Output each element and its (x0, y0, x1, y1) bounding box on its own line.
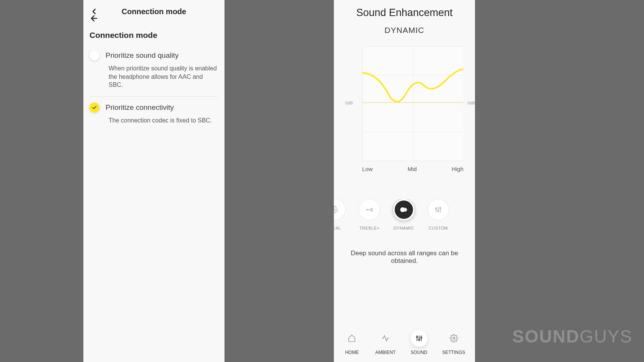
nav-settings[interactable]: SETTINGS (442, 330, 465, 355)
radio-unselected-icon (89, 51, 99, 60)
x-tick-high: High (452, 166, 463, 172)
sound-icon (411, 330, 428, 347)
svg-point-11 (440, 207, 441, 209)
preset-label: CUSTOM (429, 226, 448, 230)
phone-sound-enhancement: Sound Enhancement DYNAMIC 0dB 0dB Low Mi… (334, 0, 475, 362)
nav-label: SETTINGS (442, 350, 465, 355)
dynamic-icon (393, 199, 415, 220)
svg-point-18 (453, 337, 455, 339)
home-icon (343, 330, 360, 347)
bottom-nav: HOME AMBIENT SOUND SETTINGS (334, 326, 475, 362)
option-label: Prioritize sound quality (106, 51, 179, 60)
preset-description: Deep sound across all ranges can be obta… (334, 249, 475, 265)
option-connectivity[interactable]: Prioritize connectivity The connection c… (83, 96, 224, 132)
preset-carousel[interactable]: OCAL TREBLE+ DYNAMIC CUSTOM (334, 199, 475, 230)
preset-dynamic[interactable]: DYNAMIC (392, 199, 416, 230)
ambient-icon (377, 330, 394, 347)
svg-point-10 (437, 210, 439, 212)
option-description: When prioritize sound quality is enabled… (89, 64, 218, 89)
trumpet-icon (359, 199, 380, 220)
eq-curve-line (362, 46, 463, 104)
preset-treble-plus[interactable]: TREBLE+ (358, 199, 381, 230)
sliders-icon (428, 199, 449, 220)
section-heading: Connection mode (83, 23, 224, 44)
svg-point-17 (420, 337, 422, 338)
nav-label: SOUND (411, 350, 427, 355)
mic-icon (334, 199, 346, 220)
nav-label: HOME (345, 350, 359, 355)
preset-custom[interactable]: CUSTOM (426, 199, 450, 230)
eq-chart: 0dB 0dB (345, 46, 463, 161)
page-title: Sound Enhancement (334, 0, 475, 19)
nav-label: AMBIENT (375, 350, 395, 355)
phone-connection-mode: Connection mode Connection mode Prioriti… (83, 0, 224, 362)
watermark-bold: SOUND (512, 326, 580, 346)
nav-ambient[interactable]: AMBIENT (375, 330, 395, 355)
svg-point-16 (418, 339, 420, 341)
y-axis-zero-left: 0dB (345, 101, 353, 105)
preset-label: TREBLE+ (359, 226, 380, 230)
x-tick-mid: Mid (408, 166, 417, 172)
option-label: Prioritize connectivity (106, 103, 174, 112)
x-tick-low: Low (362, 166, 373, 172)
header: Connection mode (83, 0, 224, 23)
watermark-light: GUYS (580, 326, 633, 346)
preset-label: OCAL (334, 226, 341, 230)
x-axis-labels: Low Mid High (362, 166, 463, 172)
gear-icon (446, 330, 462, 347)
option-sound-quality[interactable]: Prioritize sound quality When prioritize… (83, 44, 224, 96)
svg-point-5 (400, 208, 405, 212)
svg-point-9 (436, 208, 437, 209)
preset-vocal[interactable]: OCAL (334, 199, 347, 230)
watermark: SOUNDGUYS (512, 326, 633, 347)
active-preset-label: DYNAMIC (334, 26, 475, 35)
svg-rect-2 (334, 206, 336, 210)
nav-sound[interactable]: SOUND (411, 330, 428, 355)
radio-selected-icon (89, 103, 99, 113)
option-description: The connection codec is fixed to SBC. (89, 116, 218, 125)
svg-point-15 (416, 336, 418, 338)
page-title: Connection mode (89, 7, 218, 16)
preset-label: DYNAMIC (394, 226, 414, 230)
y-axis-zero-right: 0dB (467, 101, 475, 105)
nav-home[interactable]: HOME (343, 330, 360, 355)
